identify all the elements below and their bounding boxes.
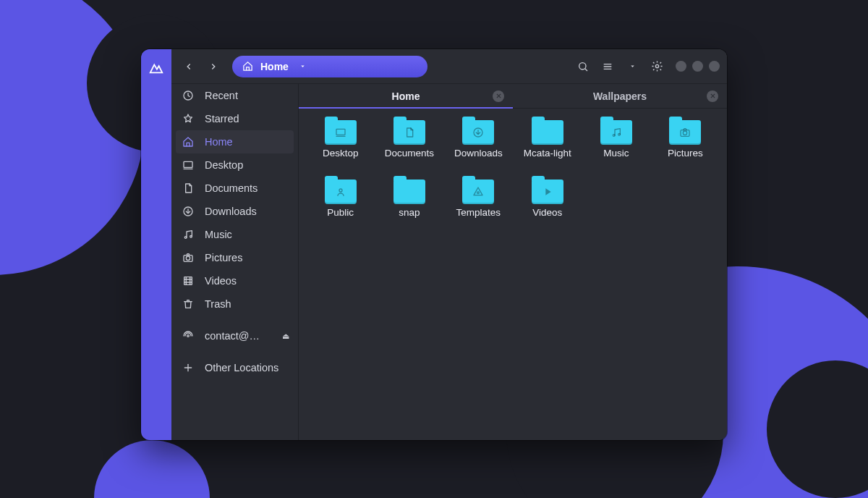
- eject-icon[interactable]: ⏏: [282, 332, 289, 341]
- sidebar-item-recent[interactable]: Recent: [171, 84, 298, 107]
- trash-icon: [182, 298, 195, 310]
- folder-icon: [532, 120, 563, 145]
- star-icon: [182, 113, 195, 124]
- folder-item[interactable]: Pictures: [651, 120, 720, 177]
- mountain-icon: [148, 59, 164, 75]
- chevron-left-icon: [184, 62, 194, 72]
- view-dropdown-button[interactable]: [622, 56, 642, 77]
- svg-rect-26: [336, 129, 345, 135]
- sidebar-item-downloads[interactable]: Downloads: [171, 200, 298, 223]
- search-button[interactable]: [573, 56, 593, 77]
- forward-button[interactable]: [203, 56, 224, 77]
- svg-point-30: [618, 133, 621, 135]
- places-sidebar: RecentStarredHomeDesktopDocumentsDownloa…: [171, 49, 299, 440]
- folder-icon: [393, 120, 425, 145]
- svg-point-5: [190, 235, 192, 237]
- svg-rect-1: [184, 161, 192, 167]
- folder-icon: [462, 180, 494, 204]
- tab-label: Home: [392, 90, 420, 102]
- folder-label: Music: [603, 148, 629, 159]
- folder-label: Public: [327, 207, 354, 218]
- activities-strip[interactable]: [141, 49, 171, 440]
- tab-bar: HomeWallpapers: [299, 84, 727, 109]
- svg-point-29: [613, 135, 615, 137]
- sidebar-item-label: Trash: [205, 298, 298, 310]
- svg-point-4: [184, 237, 187, 239]
- folder-label: snap: [399, 207, 420, 218]
- back-button[interactable]: [179, 56, 199, 77]
- list-icon: [602, 61, 613, 72]
- hamburger-menu-button[interactable]: [647, 56, 667, 77]
- chevron-down-icon: [629, 62, 637, 70]
- sidebar-item-other[interactable]: Other Locations: [171, 356, 298, 379]
- folder-item[interactable]: snap: [375, 180, 443, 236]
- search-icon: [577, 61, 589, 72]
- folder-label: Documents: [385, 148, 434, 159]
- close-icon: [495, 93, 502, 99]
- window-close-button[interactable]: [709, 61, 720, 72]
- broadcast-icon: [182, 330, 195, 342]
- sidebar-item-label: Music: [205, 229, 298, 240]
- folder-item[interactable]: Mcata-light: [513, 120, 582, 177]
- svg-rect-8: [184, 277, 192, 285]
- sidebar-item-label: Starred: [205, 113, 298, 124]
- sidebar-item-videos[interactable]: Videos: [171, 269, 298, 292]
- sidebar-item-home[interactable]: Home: [176, 130, 294, 153]
- svg-line-17: [585, 68, 587, 70]
- sidebar-item-starred[interactable]: Starred: [171, 107, 298, 130]
- camera-icon: [182, 252, 195, 263]
- svg-point-21: [655, 64, 658, 67]
- folder-label: Videos: [532, 207, 562, 218]
- sidebar-item-label: Pictures: [205, 252, 298, 263]
- sidebar-item-trash[interactable]: Trash: [171, 292, 298, 316]
- film-icon: [182, 275, 195, 287]
- view-list-button[interactable]: [597, 56, 618, 77]
- folder-label: Mcata-light: [524, 148, 571, 159]
- folder-label: Downloads: [454, 148, 503, 159]
- window-maximize-button[interactable]: [692, 61, 703, 72]
- main-panel: Home HomeWallpapers DesktopDo: [299, 49, 727, 440]
- folder-item[interactable]: Desktop: [306, 120, 375, 177]
- home-icon: [242, 61, 253, 72]
- sidebar-item-desktop[interactable]: Desktop: [171, 153, 298, 177]
- sidebar-item-network[interactable]: contact@…⏏: [171, 324, 298, 347]
- tab-wallpapers[interactable]: Wallpapers: [513, 84, 727, 109]
- sidebar-item-pictures[interactable]: Pictures: [171, 246, 298, 269]
- sidebar-item-label: Recent: [205, 90, 298, 101]
- tab-home[interactable]: Home: [299, 84, 513, 109]
- svg-point-34: [477, 192, 480, 194]
- folder-label: Desktop: [323, 148, 359, 159]
- folder-item[interactable]: Documents: [375, 120, 443, 177]
- folder-icon: [532, 180, 563, 204]
- gear-icon: [651, 60, 663, 72]
- file-manager-window: RecentStarredHomeDesktopDocumentsDownloa…: [141, 49, 727, 440]
- sidebar-item-label: contact@…: [205, 330, 272, 342]
- sidebar-item-music[interactable]: Music: [171, 223, 298, 246]
- folder-label: Templates: [456, 207, 501, 218]
- folder-icon: [393, 180, 425, 204]
- tab-close-button[interactable]: [493, 90, 504, 102]
- clock-icon: [182, 90, 195, 101]
- window-minimize-button[interactable]: [676, 61, 686, 72]
- document-icon: [182, 182, 195, 194]
- svg-point-16: [579, 62, 586, 69]
- sidebar-item-label: Desktop: [205, 159, 298, 171]
- music-icon: [182, 229, 195, 240]
- folder-item[interactable]: Videos: [513, 180, 582, 236]
- folder-icon: [600, 120, 632, 145]
- close-icon: [710, 93, 716, 99]
- folder-icon: [669, 120, 701, 145]
- icon-view[interactable]: DesktopDocumentsDownloadsMcata-lightMusi…: [299, 109, 727, 440]
- folder-item[interactable]: Templates: [444, 180, 513, 236]
- tab-close-button[interactable]: [707, 90, 718, 102]
- folder-item[interactable]: Downloads: [444, 120, 513, 177]
- folder-label: Pictures: [668, 148, 703, 159]
- path-bar[interactable]: Home: [232, 56, 427, 77]
- folder-item[interactable]: Music: [582, 120, 650, 177]
- folder-item[interactable]: Public: [306, 180, 375, 236]
- sidebar-item-label: Downloads: [205, 206, 298, 217]
- headerbar: Home: [171, 49, 727, 84]
- svg-point-33: [339, 189, 342, 192]
- sidebar-item-documents[interactable]: Documents: [171, 177, 298, 200]
- svg-point-7: [186, 256, 190, 260]
